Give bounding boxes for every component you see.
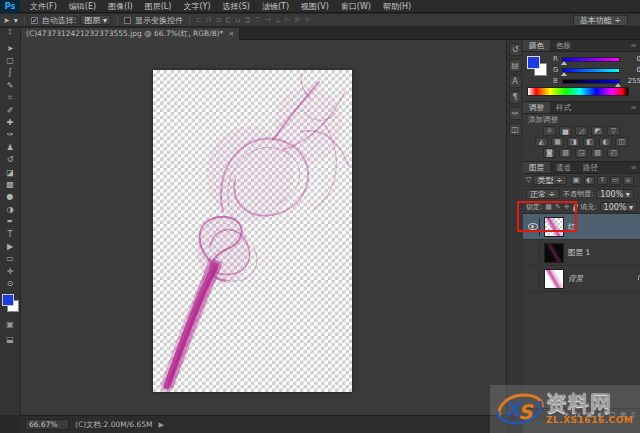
align-top-edges-icon[interactable]: ⊑ xyxy=(225,16,231,24)
green-slider[interactable] xyxy=(562,68,620,73)
visibility-toggle[interactable] xyxy=(526,244,540,262)
tab-layers[interactable]: 图层 xyxy=(523,162,550,173)
distribute-v-centers-icon[interactable]: ⊣ xyxy=(265,16,271,24)
tab-swatches[interactable]: 色板 xyxy=(550,40,577,51)
properties-panel-icon[interactable]: ▤ xyxy=(509,59,522,72)
green-slider-value[interactable]: 0 xyxy=(623,66,640,74)
menu-layer[interactable]: 图层(L) xyxy=(139,0,178,13)
screen-mode-button[interactable]: ⬓ xyxy=(1,333,20,346)
canvas-area[interactable] xyxy=(21,40,506,415)
menu-help[interactable]: 帮助(H) xyxy=(377,0,417,13)
tab-adjustments[interactable]: 调整 xyxy=(523,102,550,113)
show-transform-checkbox[interactable] xyxy=(124,17,131,24)
align-h-centers-icon[interactable]: ⊓ xyxy=(206,16,211,24)
color-spectrum-ramp[interactable] xyxy=(527,87,629,96)
document-tab[interactable]: (C)4737312421232373555.jpg @ 66.7%(红, RG… xyxy=(21,28,240,40)
document-canvas[interactable] xyxy=(153,70,352,392)
crop-tool[interactable]: ⌗ xyxy=(1,92,20,104)
blue-slider[interactable] xyxy=(562,79,620,84)
blue-slider-value[interactable]: 255 xyxy=(623,77,640,85)
hue-saturation-icon[interactable]: ◭ xyxy=(535,137,548,147)
layer-thumbnail[interactable] xyxy=(544,269,564,289)
menu-edit[interactable]: 编辑(E) xyxy=(63,0,102,13)
tool-preset-caret-icon[interactable]: ▾ xyxy=(14,16,18,25)
lock-pixels-icon[interactable]: ✎ xyxy=(555,203,561,211)
menu-filter[interactable]: 滤镜(T) xyxy=(256,0,295,13)
menu-window[interactable]: 窗口(W) xyxy=(335,0,377,13)
pen-tool[interactable]: ✒ xyxy=(1,215,20,227)
layer-row-layer1[interactable]: 图层 1 xyxy=(523,240,640,266)
type-tool[interactable]: T xyxy=(1,228,20,240)
tab-styles[interactable]: 样式 xyxy=(550,102,577,113)
invert-icon[interactable]: ◙ xyxy=(543,148,556,158)
clone-stamp-tool[interactable]: ♟ xyxy=(1,141,20,153)
selective-color-icon[interactable]: ◰ xyxy=(607,148,620,158)
align-right-edges-icon[interactable]: ⊐ xyxy=(215,16,221,24)
quick-selection-tool[interactable]: ✎ xyxy=(1,79,20,91)
panel-foreground-swatch[interactable] xyxy=(527,56,540,69)
lock-position-icon[interactable]: ✛ xyxy=(564,203,570,211)
distribute-bottom-icon[interactable]: ⊥ xyxy=(275,16,281,24)
color-lookup-icon[interactable]: ◫ xyxy=(615,137,628,147)
filter-adjustment-layers-icon[interactable]: ◐ xyxy=(584,176,595,185)
channel-mixer-icon[interactable]: ◐ xyxy=(599,137,612,147)
path-selection-tool[interactable]: ▶ xyxy=(1,240,20,252)
align-bottom-edges-icon[interactable]: ⊒ xyxy=(245,16,251,24)
dodge-tool[interactable]: ◑ xyxy=(1,203,20,215)
history-brush-tool[interactable]: ↺ xyxy=(1,154,20,166)
menu-view[interactable]: 视图(V) xyxy=(295,0,335,13)
lock-transparency-icon[interactable]: ▦ xyxy=(545,203,552,211)
character-panel-icon[interactable]: A xyxy=(509,75,522,88)
distribute-left-icon[interactable]: ⊢ xyxy=(285,16,291,24)
layer-row-red[interactable]: 红 xyxy=(523,214,640,240)
photo-filter-icon[interactable]: ◧ xyxy=(583,137,596,147)
layer-name[interactable]: 背景 xyxy=(568,274,583,284)
menu-image[interactable]: 图像(I) xyxy=(102,0,139,13)
align-left-edges-icon[interactable]: ⊏ xyxy=(196,16,202,24)
eraser-tool[interactable]: ◪ xyxy=(1,166,20,178)
black-white-icon[interactable]: ◨ xyxy=(567,137,580,147)
status-options-arrow[interactable]: ▶ xyxy=(158,421,163,429)
rectangular-marquee-tool[interactable]: ▢ xyxy=(1,54,20,66)
levels-icon[interactable]: ▅ xyxy=(559,126,572,136)
posterize-icon[interactable]: ▨ xyxy=(559,148,572,158)
panel-menu-icon[interactable]: ≡ xyxy=(630,102,640,113)
layer-row-background[interactable]: 背景 xyxy=(523,266,640,292)
menu-select[interactable]: 选择(S) xyxy=(217,0,256,13)
layer-name[interactable]: 红 xyxy=(568,222,576,232)
vibrance-icon[interactable]: ▽ xyxy=(607,126,620,136)
move-tool[interactable]: ➤ xyxy=(1,42,20,54)
color-balance-icon[interactable]: ▦ xyxy=(551,137,564,147)
brush-tool[interactable]: ✑ xyxy=(1,129,20,141)
fill-dropdown[interactable]: 100% ▾ xyxy=(600,202,637,212)
tab-close-icon[interactable]: × xyxy=(228,28,234,40)
workspace-switcher-button[interactable]: 基本功能 ÷ xyxy=(573,15,628,26)
distribute-right-icon[interactable]: ⊩ xyxy=(305,16,311,24)
blend-mode-dropdown[interactable]: 正常 ÷ xyxy=(526,189,560,199)
gradient-map-icon[interactable]: ▧ xyxy=(591,148,604,158)
filter-shape-layers-icon[interactable]: ▭ xyxy=(610,176,621,185)
distribute-top-icon[interactable]: ⊤ xyxy=(254,16,260,24)
layer-thumbnail[interactable] xyxy=(544,217,564,237)
quick-mask-button[interactable]: ▣ xyxy=(1,318,20,331)
opacity-dropdown[interactable]: 100% ▾ xyxy=(596,189,633,199)
blur-tool[interactable]: ● xyxy=(1,191,20,203)
threshold-icon[interactable]: ◲ xyxy=(575,148,588,158)
tab-overflow-icon[interactable]: ⁑ xyxy=(0,28,21,40)
rectangle-shape-tool[interactable]: ▭ xyxy=(1,253,20,265)
spot-healing-brush-tool[interactable]: ✚ xyxy=(1,116,20,128)
align-v-centers-icon[interactable]: ⊔ xyxy=(235,16,240,24)
layer-filter-dropdown[interactable]: 类型 ÷ xyxy=(533,175,566,185)
menu-file[interactable]: 文件(F) xyxy=(24,0,63,13)
hand-tool[interactable]: ✛ xyxy=(1,265,20,277)
filter-smart-objects-icon[interactable]: ⧈ xyxy=(623,176,634,185)
filter-pixel-layers-icon[interactable]: ▣ xyxy=(571,176,582,185)
layer-thumbnail[interactable] xyxy=(544,243,564,263)
layer-name[interactable]: 图层 1 xyxy=(568,248,590,258)
visibility-toggle[interactable] xyxy=(526,218,540,236)
red-slider[interactable] xyxy=(562,57,620,62)
auto-select-checkbox[interactable]: ✓ xyxy=(31,17,38,24)
tab-paths[interactable]: 路径 xyxy=(577,162,604,173)
lasso-tool[interactable]: ʃ xyxy=(1,67,20,79)
red-slider-value[interactable]: 0 xyxy=(623,55,640,63)
